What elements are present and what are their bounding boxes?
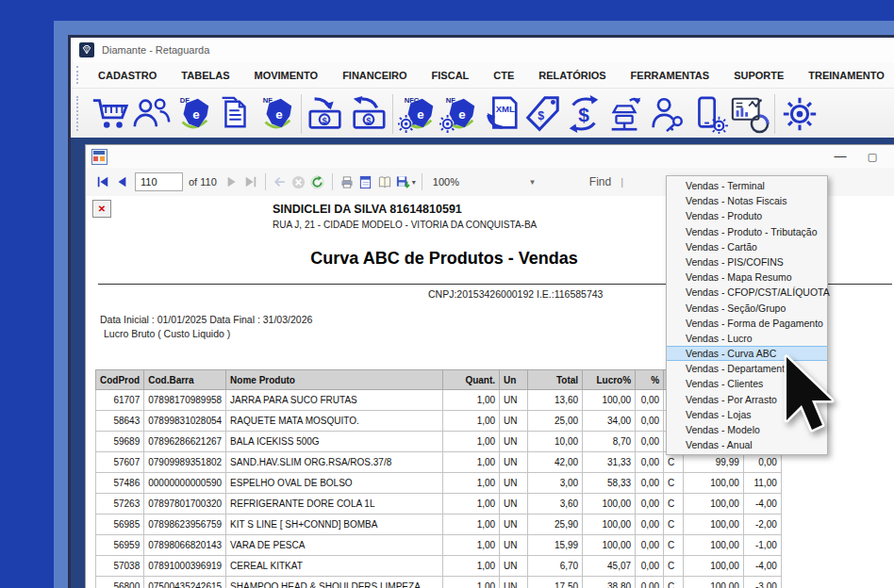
table-cell: 34,00 xyxy=(583,411,636,432)
svg-text:XML: XML xyxy=(496,104,515,114)
table-cell: 56985 xyxy=(96,514,144,535)
table-cell: 07909989351802 xyxy=(144,452,226,473)
context-menu-item-vendas-cart-o[interactable]: Vendas - Cartão xyxy=(667,239,827,254)
page-setup-button[interactable] xyxy=(376,172,393,192)
table-cell: 100,00 xyxy=(583,514,636,535)
table-cell: 0,00 xyxy=(636,473,664,494)
print-layout-button[interactable] xyxy=(357,172,374,192)
report-title: Curva ABC de Produtos - Vendas xyxy=(142,249,746,269)
menu-item-movimento[interactable]: MOVIMENTO xyxy=(241,70,330,81)
table-cell: C xyxy=(664,494,684,514)
toolbar-nfe-brazil-icon[interactable]: e NF xyxy=(256,92,297,136)
table-cell: 100,00 xyxy=(583,390,636,411)
table-cell: -3,00 xyxy=(743,577,781,588)
context-menu-item-vendas-produto[interactable]: Vendas - Produto xyxy=(667,208,827,223)
table-cell: 57607 xyxy=(96,452,144,473)
find-button[interactable]: Find xyxy=(589,175,611,188)
toolbar-currency-exchange-icon[interactable]: $ xyxy=(563,92,604,136)
context-menu-item-vendas-pis-cofins[interactable]: Vendas - PIS/COFINS xyxy=(667,254,827,270)
menu-item-cadastro[interactable]: CADASTRO xyxy=(86,70,169,81)
toolbar-separator xyxy=(301,94,302,134)
column-header: Cod.Barra xyxy=(144,370,226,390)
table-cell: 0,00 xyxy=(636,390,664,411)
menu-item-financeiro[interactable]: FINANCEIRO xyxy=(330,70,419,81)
table-cell: 07891000396919 xyxy=(144,556,226,577)
table-cell: 0,00 xyxy=(636,432,664,452)
column-header: CodProd xyxy=(96,370,144,390)
first-page-button[interactable] xyxy=(94,172,111,192)
print-button[interactable] xyxy=(339,172,356,192)
menu-item-treinamento[interactable]: TREINAMENTO xyxy=(796,70,894,81)
last-page-button[interactable] xyxy=(242,172,259,192)
menu-item-tabelas[interactable]: TABELAS xyxy=(169,70,241,81)
menu-bar: CADASTROTABELASMOVIMENTOFINANCEIROFISCAL… xyxy=(71,62,894,89)
toolbar-user-key-icon[interactable] xyxy=(646,92,687,136)
toolbar-gear-icon[interactable] xyxy=(779,92,820,136)
context-menu-item-vendas-forma-de-pagamento[interactable]: Vendas - Forma de Pagamento xyxy=(667,316,827,331)
table-cell: C xyxy=(664,556,684,577)
table-cell: 45,07 xyxy=(583,556,636,577)
table-cell: 100,00 xyxy=(683,535,743,556)
table-cell: -4,00 xyxy=(743,556,781,577)
menu-item-cte[interactable]: CTE xyxy=(481,70,526,81)
table-cell: 07899831028054 xyxy=(144,411,226,432)
table-cell: 1,00 xyxy=(443,535,500,556)
toolbar-price-tag-icon[interactable]: $ xyxy=(522,92,563,136)
context-menu-item-vendas-se-o-grupo[interactable]: Vendas - Seção/Grupo xyxy=(667,301,827,316)
zoom-value: 100% xyxy=(433,176,459,188)
toolbar-nfe-gear-brazil-icon[interactable]: e NF xyxy=(439,92,480,136)
toolbar-phone-gear-icon[interactable] xyxy=(687,92,729,136)
toolbar-dfe-brazil-icon[interactable]: e DF xyxy=(173,92,214,136)
menu-item-suporte[interactable]: SUPORTE xyxy=(721,70,796,81)
table-row: 5726307897801700320REFRIGERANTE DORE COL… xyxy=(96,494,782,514)
menu-item-relat-rios[interactable]: RELATÓRIOS xyxy=(526,70,618,81)
table-cell: 100,00 xyxy=(683,473,743,494)
table-cell: C xyxy=(664,577,684,588)
svg-text:e: e xyxy=(417,106,423,121)
back-button[interactable] xyxy=(272,172,289,192)
table-cell: 0,00 xyxy=(636,577,664,588)
page-number-input[interactable]: 110 xyxy=(135,172,183,191)
mode-line: Lucro Bruto ( Custo Liquido ) xyxy=(104,328,230,339)
table-cell: 56959 xyxy=(96,535,144,556)
toolbar-money-out-icon[interactable]: $ xyxy=(347,92,389,136)
previous-page-button[interactable] xyxy=(113,172,130,192)
context-menu-item-vendas-mapa-resumo[interactable]: Vendas - Mapa Resumo xyxy=(667,270,827,285)
diamond-gem-icon xyxy=(79,42,94,57)
context-menu-item-vendas-lucro[interactable]: Vendas - Lucro xyxy=(667,331,827,346)
toolbar-documents-icon[interactable] xyxy=(214,92,256,136)
toolbar-dashboard-icon[interactable] xyxy=(729,92,770,136)
refresh-button[interactable] xyxy=(309,172,326,192)
toolbar-scale-sync-icon[interactable] xyxy=(604,92,646,136)
toolbar-cart-icon[interactable] xyxy=(90,92,131,136)
column-header: Nome Produto xyxy=(226,370,443,390)
stop-button[interactable] xyxy=(290,172,307,192)
toolbar-xml-import-icon[interactable]: XML xyxy=(480,92,522,136)
table-cell: UN xyxy=(500,577,528,588)
table-cell: VARA DE PESCA xyxy=(226,535,443,556)
toolbar-money-in-icon[interactable]: $ xyxy=(306,92,347,136)
export-button[interactable]: ▾ xyxy=(395,172,416,192)
menu-item-fiscal[interactable]: FISCAL xyxy=(420,70,482,81)
context-menu-item-vendas-cfop-cst-al-quota[interactable]: Vendas - CFOP/CST/ALÍQUOTA xyxy=(667,285,827,300)
table-cell: 57486 xyxy=(96,473,144,494)
table-cell: C xyxy=(664,535,684,556)
report-close-button[interactable]: ✕ xyxy=(92,200,111,218)
context-menu-item-vendas-terminal[interactable]: Vendas - Terminal xyxy=(667,178,827,193)
svg-text:$: $ xyxy=(538,108,544,122)
minimize-button[interactable]: — xyxy=(829,147,852,166)
table-cell: 07898170989958 xyxy=(144,390,226,411)
context-menu-item-vendas-produto-tributa-o[interactable]: Vendas - Produto - Tributação xyxy=(667,224,827,239)
maximize-button[interactable]: ▢ xyxy=(861,147,884,166)
table-cell: 11,00 xyxy=(743,473,781,494)
next-page-button[interactable] xyxy=(224,172,240,192)
zoom-select[interactable]: 100% ▾ xyxy=(427,176,540,188)
menu-item-ferramentas[interactable]: FERRAMENTAS xyxy=(619,70,722,81)
table-cell: 56800 xyxy=(96,577,144,588)
toolbar-users-icon[interactable] xyxy=(131,92,173,136)
table-cell: 100,00 xyxy=(583,494,636,514)
table-cell: 07500435242615 xyxy=(144,577,226,588)
table-cell: 25,90 xyxy=(528,514,583,535)
context-menu-item-vendas-notas-fiscais[interactable]: Vendas - Notas Fiscais xyxy=(667,193,827,208)
toolbar-nfce-gear-brazil-icon[interactable]: e NFC xyxy=(397,92,439,136)
